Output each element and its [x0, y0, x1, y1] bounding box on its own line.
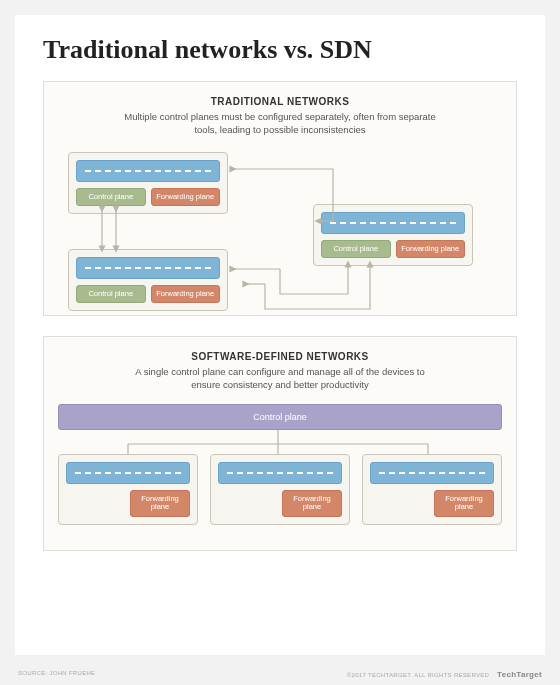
sdn-node-3: Forwarding plane	[362, 454, 502, 525]
traditional-node-2: Control plane Forwarding plane	[68, 249, 228, 312]
control-plane-box: Control plane	[76, 285, 146, 304]
interface-icon	[76, 257, 220, 279]
interface-icon	[218, 462, 342, 484]
forwarding-plane-box: Forwarding plane	[151, 285, 221, 304]
sdn-heading: SOFTWARE-DEFINED NETWORKS	[58, 351, 502, 362]
interface-icon	[76, 160, 220, 182]
footer-source: SOURCE: JOHN FRUEHE	[18, 670, 95, 679]
sdn-control-plane-bar: Control plane	[58, 404, 502, 430]
interface-icon	[370, 462, 494, 484]
forwarding-plane-box: Forwarding plane	[434, 490, 494, 517]
footer: SOURCE: JOHN FRUEHE ©2017 TECHTARGET. AL…	[18, 670, 542, 679]
main-title: Traditional networks vs. SDN	[43, 35, 517, 65]
forwarding-plane-box: Forwarding plane	[130, 490, 190, 517]
traditional-node-1: Control plane Forwarding plane	[68, 152, 228, 215]
traditional-diagram: Control plane Forwarding plane Control p…	[58, 149, 502, 324]
footer-rights: ©2017 TECHTARGET. ALL RIGHTS RESERVED	[347, 672, 489, 678]
interface-icon	[66, 462, 190, 484]
sdn-node-1: Forwarding plane	[58, 454, 198, 525]
traditional-description: Multiple control planes must be configur…	[120, 111, 440, 137]
control-plane-box: Control plane	[76, 188, 146, 207]
sdn-description: A single control plane can configure and…	[120, 366, 440, 392]
traditional-heading: TRADITIONAL NETWORKS	[58, 96, 502, 107]
forwarding-plane-box: Forwarding plane	[282, 490, 342, 517]
sdn-panel: SOFTWARE-DEFINED NETWORKS A single contr…	[43, 336, 517, 551]
sdn-node-2: Forwarding plane	[210, 454, 350, 525]
traditional-panel: TRADITIONAL NETWORKS Multiple control pl…	[43, 81, 517, 316]
forwarding-plane-box: Forwarding plane	[151, 188, 221, 207]
footer-brand: TechTarget	[497, 670, 542, 679]
diagram-card: Traditional networks vs. SDN TRADITIONAL…	[15, 15, 545, 655]
sdn-diagram: Control plane Forwarding plane Forwardin…	[58, 404, 502, 554]
interface-icon	[321, 212, 465, 234]
control-plane-box: Control plane	[321, 240, 391, 259]
traditional-node-3: Control plane Forwarding plane	[313, 204, 473, 267]
forwarding-plane-box: Forwarding plane	[396, 240, 466, 259]
